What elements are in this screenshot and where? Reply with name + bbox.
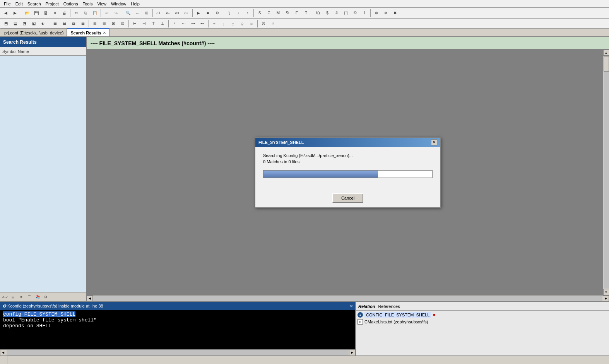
bottom-hscroll-track[interactable] [7,350,349,355]
tb2-btn21[interactable]: ⊷ [198,19,207,28]
iface-button[interactable]: I [360,9,369,17]
print-button[interactable]: 🖨 [60,9,68,17]
tb2-btn19[interactable]: ⋯ [180,19,188,28]
enum-button[interactable]: E [293,9,301,17]
tb2-btn2[interactable]: ⬓ [11,19,19,28]
bottom-hscroll-right[interactable]: ▶ [349,350,355,356]
menu-view[interactable]: View [95,1,109,7]
scroll-down-arrow[interactable]: ▼ [603,289,609,295]
scroll-track[interactable] [604,56,609,289]
btn-d[interactable]: a÷ [182,9,191,17]
menu-window[interactable]: Window [109,1,128,7]
tab-close-icon[interactable]: ✕ [103,31,106,35]
inc-button[interactable]: # [332,9,341,17]
menu-help[interactable]: Help [128,1,142,7]
tb2-btn11[interactable]: ⊟ [100,19,108,28]
tb2-btn27[interactable]: ⌘ [259,19,268,28]
lp-sort-button[interactable]: ≡ [18,294,25,301]
tb2-btn4[interactable]: ⬕ [29,19,38,28]
class-button[interactable]: © [351,9,359,17]
bottom-hscroll[interactable]: ◀ ▶ [0,349,355,355]
tb2-btn16[interactable]: ⊤ [149,19,157,28]
find-button[interactable]: 🔍 [124,9,132,17]
back-button[interactable]: ◀ [2,9,10,17]
ref-item-2[interactable]: D CMakeLists.txt (zephyr\subsys\fs) [358,319,607,325]
hscrollbar[interactable]: ◀ ▶ [87,295,609,301]
tb2-btn6[interactable]: ☰ [51,19,59,28]
extra-btn3[interactable]: ✖ [391,9,399,17]
tab-prjconf[interactable]: prj.conf (E:\zsdk\...\usb_device) [1,29,67,36]
btn-c[interactable]: ax [173,9,181,17]
macro-button[interactable]: M [274,9,282,17]
lp-ref-button[interactable]: 📚 [34,294,41,301]
find-in-files-button[interactable]: ⊞ [142,9,151,17]
config-button[interactable]: C [265,9,273,17]
tb2-btn17[interactable]: ⊥ [158,19,167,28]
stop-button[interactable]: ■ [204,9,212,17]
hscroll-left[interactable]: ◀ [87,296,93,302]
modal-close-button[interactable]: ✕ [431,139,437,145]
tb2-btn28[interactable]: ⌗ [269,19,277,28]
tb2-btn18[interactable]: ⋮ [170,19,179,28]
save-button[interactable]: 💾 [32,9,41,17]
lp-az-button[interactable]: A-Z [2,294,9,301]
btn-b[interactable]: a- [164,9,172,17]
menu-file[interactable]: File [2,1,13,7]
scroll-up-arrow[interactable]: ▲ [603,50,609,56]
tb2-btn9[interactable]: ☳ [79,19,87,28]
tb2-btn3[interactable]: ⬔ [20,19,29,28]
replace-button[interactable]: ↔ [133,9,142,17]
typedef-button[interactable]: T [302,9,310,17]
open-button[interactable]: 📂 [23,9,31,17]
menu-options[interactable]: Options [61,1,80,7]
func-button[interactable]: f() [314,9,322,17]
hscroll-right[interactable]: ▶ [603,296,609,302]
lp-settings-button[interactable]: ⚙ [42,294,49,301]
tb2-btn12[interactable]: ⊠ [109,19,118,28]
var-button[interactable]: $ [323,9,332,17]
scrollbar-right[interactable]: ▲ ▼ [603,50,609,295]
copy-button[interactable]: ⎘ [81,9,90,17]
save-all-button[interactable]: 🗄 [41,9,50,17]
tb2-btn15[interactable]: ⊣ [140,19,148,28]
ref-item-1[interactable]: ● CONFIG_FILE_SYSTEM_SHELL [358,312,607,318]
tb2-btn25[interactable]: ⍜ [238,19,246,28]
tb2-btn7[interactable]: ☱ [60,19,68,28]
tab-searchresults[interactable]: Search Results ✕ [67,28,109,36]
tb2-btn26[interactable]: ⍝ [247,19,256,28]
tb2-btn24[interactable]: ⍛ [229,19,237,28]
tb2-btn22[interactable]: ⌖ [210,19,219,28]
redo-button[interactable]: ↪ [112,9,120,17]
extra-btn1[interactable]: ⊕ [372,9,381,17]
forward-button[interactable]: ▶ [11,9,19,17]
tb2-btn8[interactable]: ☲ [69,19,78,28]
lp-filter-button[interactable]: ⊞ [10,294,17,301]
bottom-code-close[interactable]: ✕ [350,304,353,308]
menu-project[interactable]: Project [43,1,61,7]
menu-search[interactable]: Search [25,1,43,7]
tb2-btn10[interactable]: ⊞ [91,19,99,28]
struct-button[interactable]: St [283,9,292,17]
lp-list-button[interactable]: ☰ [26,294,33,301]
tb2-btn5[interactable]: ⬖ [39,19,47,28]
menu-tools[interactable]: Tools [80,1,95,7]
step-out-button[interactable]: ↑ [243,9,252,17]
step-over-button[interactable]: ⤵ [225,9,233,17]
tb2-btn23[interactable]: ⍚ [219,19,228,28]
scroll-thumb[interactable] [604,56,609,72]
modal-cancel-button[interactable]: Cancel [332,193,363,203]
cut-button[interactable]: ✂ [72,9,80,17]
symbol-button[interactable]: S [255,9,264,17]
step-into-button[interactable]: ↓ [234,9,243,17]
close-button[interactable]: ✕ [51,9,59,17]
ns-button[interactable]: { } [342,9,350,17]
paste-button[interactable]: 📋 [91,9,99,17]
menu-edit[interactable]: Edit [13,1,25,7]
tb2-btn13[interactable]: ⊡ [118,19,127,28]
tb2-btn1[interactable]: ⬒ [2,19,10,28]
undo-button[interactable]: ↩ [103,9,111,17]
bottom-hscroll-left[interactable]: ◀ [0,350,6,356]
debug-button[interactable]: ⚙ [213,9,221,17]
extra-btn2[interactable]: ⊗ [381,9,390,17]
tb2-btn20[interactable]: ⊶ [189,19,197,28]
